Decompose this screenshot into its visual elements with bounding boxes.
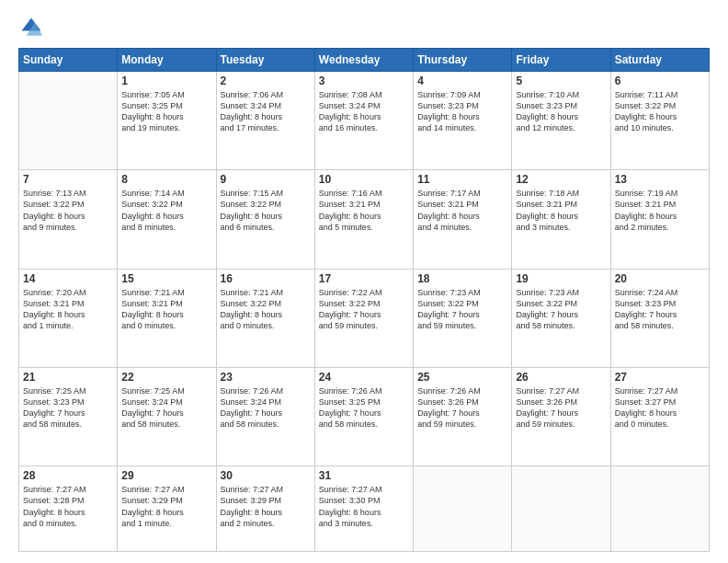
calendar-table: SundayMondayTuesdayWednesdayThursdayFrid…	[18, 48, 710, 552]
day-number: 18	[417, 272, 507, 285]
header	[18, 15, 710, 40]
cell-content: Sunrise: 7:26 AMSunset: 3:24 PMDaylight:…	[221, 385, 311, 431]
calendar-cell: 23Sunrise: 7:26 AMSunset: 3:24 PMDayligh…	[216, 367, 314, 465]
cell-content: Sunrise: 7:27 AMSunset: 3:26 PMDaylight:…	[516, 385, 606, 431]
calendar-cell: 31Sunrise: 7:27 AMSunset: 3:30 PMDayligh…	[314, 466, 413, 552]
day-number: 8	[121, 173, 211, 186]
calendar-cell: 24Sunrise: 7:26 AMSunset: 3:25 PMDayligh…	[314, 367, 413, 465]
day-number: 10	[319, 173, 409, 186]
logo-icon	[18, 15, 44, 40]
calendar-cell: 16Sunrise: 7:21 AMSunset: 3:22 PMDayligh…	[216, 269, 314, 367]
day-number: 26	[516, 371, 606, 384]
cell-content: Sunrise: 7:27 AMSunset: 3:29 PMDaylight:…	[121, 484, 211, 529]
calendar-cell: 30Sunrise: 7:27 AMSunset: 3:29 PMDayligh…	[216, 466, 314, 552]
calendar-cell: 3Sunrise: 7:08 AMSunset: 3:24 PMDaylight…	[314, 72, 413, 170]
calendar-cell: 6Sunrise: 7:11 AMSunset: 3:22 PMDaylight…	[610, 72, 709, 170]
calendar-cell: 26Sunrise: 7:27 AMSunset: 3:26 PMDayligh…	[512, 367, 610, 465]
calendar-cell: 20Sunrise: 7:24 AMSunset: 3:23 PMDayligh…	[610, 269, 709, 367]
cell-content: Sunrise: 7:15 AMSunset: 3:22 PMDaylight:…	[221, 188, 311, 233]
cell-content: Sunrise: 7:27 AMSunset: 3:30 PMDaylight:…	[319, 484, 409, 529]
calendar-week-row: 1Sunrise: 7:05 AMSunset: 3:25 PMDaylight…	[19, 72, 710, 170]
day-number: 28	[23, 469, 113, 482]
cell-content: Sunrise: 7:27 AMSunset: 3:28 PMDaylight:…	[23, 484, 113, 529]
calendar-cell: 14Sunrise: 7:20 AMSunset: 3:21 PMDayligh…	[19, 269, 118, 367]
day-number: 11	[417, 173, 507, 186]
page: SundayMondayTuesdayWednesdayThursdayFrid…	[0, 0, 728, 563]
cell-content: Sunrise: 7:17 AMSunset: 3:21 PMDaylight:…	[417, 188, 507, 233]
logo	[18, 15, 48, 40]
calendar-cell: 17Sunrise: 7:22 AMSunset: 3:22 PMDayligh…	[314, 269, 413, 367]
weekday-header-sunday: Sunday	[19, 49, 118, 72]
cell-content: Sunrise: 7:27 AMSunset: 3:29 PMDaylight:…	[221, 484, 311, 529]
calendar-cell: 10Sunrise: 7:16 AMSunset: 3:21 PMDayligh…	[314, 170, 413, 269]
calendar-cell	[414, 466, 512, 552]
weekday-header-friday: Friday	[512, 49, 610, 72]
calendar-cell: 29Sunrise: 7:27 AMSunset: 3:29 PMDayligh…	[118, 466, 216, 552]
weekday-header-row: SundayMondayTuesdayWednesdayThursdayFrid…	[19, 49, 710, 72]
day-number: 19	[516, 272, 606, 285]
weekday-header-thursday: Thursday	[414, 49, 512, 72]
cell-content: Sunrise: 7:23 AMSunset: 3:22 PMDaylight:…	[516, 287, 606, 332]
calendar-cell: 13Sunrise: 7:19 AMSunset: 3:21 PMDayligh…	[610, 170, 709, 269]
cell-content: Sunrise: 7:25 AMSunset: 3:24 PMDaylight:…	[121, 385, 211, 431]
weekday-header-saturday: Saturday	[610, 49, 709, 72]
cell-content: Sunrise: 7:23 AMSunset: 3:22 PMDaylight:…	[417, 287, 507, 332]
calendar-cell: 18Sunrise: 7:23 AMSunset: 3:22 PMDayligh…	[414, 269, 512, 367]
calendar-week-row: 21Sunrise: 7:25 AMSunset: 3:23 PMDayligh…	[19, 367, 710, 465]
calendar-week-row: 7Sunrise: 7:13 AMSunset: 3:22 PMDaylight…	[19, 170, 710, 269]
cell-content: Sunrise: 7:19 AMSunset: 3:21 PMDaylight:…	[615, 188, 705, 233]
calendar-week-row: 28Sunrise: 7:27 AMSunset: 3:28 PMDayligh…	[19, 466, 710, 552]
calendar-cell	[610, 466, 709, 552]
cell-content: Sunrise: 7:26 AMSunset: 3:26 PMDaylight:…	[417, 385, 507, 431]
day-number: 5	[516, 75, 606, 87]
day-number: 22	[121, 371, 211, 384]
calendar-cell	[512, 466, 610, 552]
day-number: 30	[221, 469, 311, 482]
calendar-cell: 1Sunrise: 7:05 AMSunset: 3:25 PMDaylight…	[118, 72, 216, 170]
calendar-cell: 7Sunrise: 7:13 AMSunset: 3:22 PMDaylight…	[19, 170, 118, 269]
day-number: 27	[615, 371, 705, 384]
cell-content: Sunrise: 7:21 AMSunset: 3:21 PMDaylight:…	[121, 287, 211, 332]
cell-content: Sunrise: 7:08 AMSunset: 3:24 PMDaylight:…	[319, 89, 409, 134]
cell-content: Sunrise: 7:26 AMSunset: 3:25 PMDaylight:…	[319, 385, 409, 431]
day-number: 1	[121, 75, 211, 87]
calendar-cell: 4Sunrise: 7:09 AMSunset: 3:23 PMDaylight…	[414, 72, 512, 170]
cell-content: Sunrise: 7:13 AMSunset: 3:22 PMDaylight:…	[23, 188, 113, 233]
calendar-cell: 8Sunrise: 7:14 AMSunset: 3:22 PMDaylight…	[118, 170, 216, 269]
day-number: 14	[23, 272, 113, 285]
day-number: 15	[121, 272, 211, 285]
calendar-cell: 12Sunrise: 7:18 AMSunset: 3:21 PMDayligh…	[512, 170, 610, 269]
day-number: 7	[23, 173, 113, 186]
cell-content: Sunrise: 7:11 AMSunset: 3:22 PMDaylight:…	[615, 89, 705, 134]
cell-content: Sunrise: 7:24 AMSunset: 3:23 PMDaylight:…	[615, 287, 705, 332]
day-number: 12	[516, 173, 606, 186]
cell-content: Sunrise: 7:20 AMSunset: 3:21 PMDaylight:…	[23, 287, 113, 332]
calendar-cell: 19Sunrise: 7:23 AMSunset: 3:22 PMDayligh…	[512, 269, 610, 367]
calendar-cell: 5Sunrise: 7:10 AMSunset: 3:23 PMDaylight…	[512, 72, 610, 170]
cell-content: Sunrise: 7:25 AMSunset: 3:23 PMDaylight:…	[23, 385, 113, 431]
calendar-week-row: 14Sunrise: 7:20 AMSunset: 3:21 PMDayligh…	[19, 269, 710, 367]
cell-content: Sunrise: 7:06 AMSunset: 3:24 PMDaylight:…	[221, 89, 311, 134]
calendar-cell: 2Sunrise: 7:06 AMSunset: 3:24 PMDaylight…	[216, 72, 314, 170]
cell-content: Sunrise: 7:27 AMSunset: 3:27 PMDaylight:…	[615, 385, 705, 431]
cell-content: Sunrise: 7:16 AMSunset: 3:21 PMDaylight:…	[319, 188, 409, 233]
calendar-cell: 28Sunrise: 7:27 AMSunset: 3:28 PMDayligh…	[19, 466, 118, 552]
calendar-cell: 21Sunrise: 7:25 AMSunset: 3:23 PMDayligh…	[19, 367, 118, 465]
day-number: 4	[417, 75, 507, 87]
calendar-cell	[19, 72, 118, 170]
day-number: 2	[221, 75, 311, 87]
day-number: 17	[319, 272, 409, 285]
weekday-header-wednesday: Wednesday	[314, 49, 413, 72]
weekday-header-monday: Monday	[118, 49, 216, 72]
day-number: 24	[319, 371, 409, 384]
calendar-cell: 22Sunrise: 7:25 AMSunset: 3:24 PMDayligh…	[118, 367, 216, 465]
day-number: 3	[319, 75, 409, 87]
calendar-cell: 25Sunrise: 7:26 AMSunset: 3:26 PMDayligh…	[414, 367, 512, 465]
day-number: 31	[319, 469, 409, 482]
calendar-cell: 9Sunrise: 7:15 AMSunset: 3:22 PMDaylight…	[216, 170, 314, 269]
day-number: 21	[23, 371, 113, 384]
day-number: 9	[221, 173, 311, 186]
day-number: 29	[121, 469, 211, 482]
calendar-cell: 11Sunrise: 7:17 AMSunset: 3:21 PMDayligh…	[414, 170, 512, 269]
day-number: 25	[417, 371, 507, 384]
